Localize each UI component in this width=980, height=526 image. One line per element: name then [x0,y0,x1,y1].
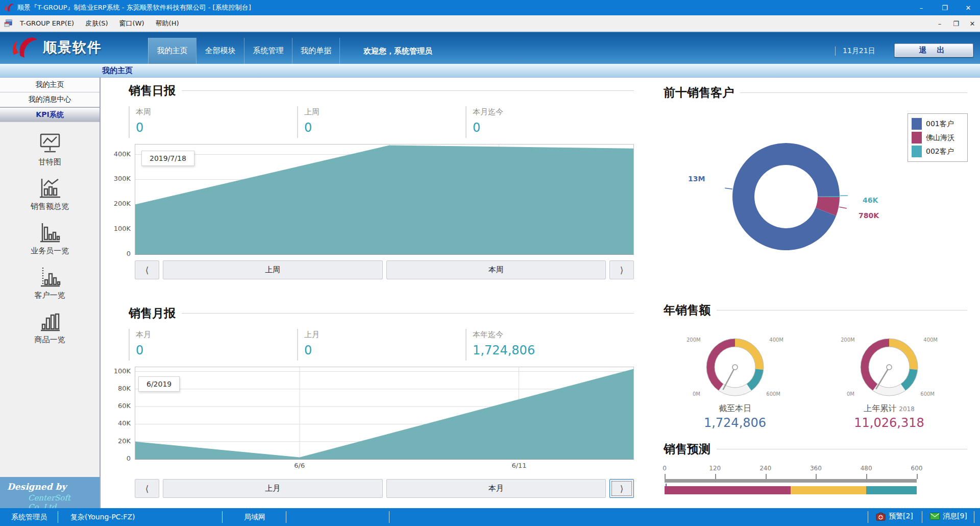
window-controls: – ❐ ✕ [910,0,980,15]
divider [974,511,974,523]
customer-list-icon [38,266,62,288]
stat-month-to-date: 本月迄今 0 [465,106,634,138]
gauge-tick-600m: 600M [766,391,780,397]
product-list-icon [38,310,62,332]
gauge-tick-0m: 0M [693,391,700,397]
gauge-tick-0m: 0M [847,391,854,397]
divider [389,511,389,523]
annual-sales-title: 年销售额 [664,302,710,318]
statusbar-network: 局域网 [244,513,265,522]
daily-chart: 0100K200K300K400K 2019/7/18 [135,144,634,255]
sidebar-item-customer-list[interactable]: 客户一览 [0,264,100,308]
main-content: 销售日报 本周 0 上周 0 本月迄今 0 0100K200K300K400K [102,78,658,508]
donut-label-780k: 780K [859,211,879,220]
gauge-last-year: 200M 400M 0M 600M 上年累计 2018 11,026,318 [836,329,943,431]
gauge-value: 11,026,318 [836,416,943,430]
statusbar-user: 系统管理员 [11,513,47,522]
sidebar-item-my-home[interactable]: 我的主页 [0,78,100,92]
monthly-chart: 020K40K60K80K100K 6/2019 6/66/11 [135,367,634,470]
mdi-restore-button[interactable]: ❐ [951,20,961,28]
divider [717,310,967,310]
forecast-scale-bar [665,479,917,483]
tab-my-documents[interactable]: 我的单据 [292,38,340,64]
daily-next-button[interactable]: ⟩ [609,260,634,279]
sidebar: 我的主页 我的消息中心 KPI系统 甘特图 销售额总览 [0,78,101,508]
tab-all-modules[interactable]: 全部模块 [196,38,244,64]
mdi-minimize-button[interactable]: – [935,20,944,28]
header-date: 11月21日 [835,46,875,56]
tab-my-home[interactable]: 我的主页 [148,38,196,64]
monthly-prev-button[interactable]: ⟨ [135,479,159,498]
window-title: 顺景『T-GROUP』制造业ERP系统 - 东莞顺景软件科技有限公司 - [系统… [17,3,251,12]
gantt-chart-icon [38,132,62,155]
menu-window[interactable]: 窗口(W) [114,16,150,31]
daily-chart-plot[interactable]: 2019/7/18 [135,144,634,255]
sidebar-item-sales-overview[interactable]: 销售额总览 [0,175,100,219]
legend-swatch-magenta [912,132,922,144]
legend-item-foshan[interactable]: 佛山海沃 [912,131,964,145]
gauge-tick-200m: 200M [687,337,701,343]
monthly-last-month-button[interactable]: 上月 [163,479,383,498]
tab-system-management[interactable]: 系统管理 [244,38,292,64]
stat-this-week: 本周 0 [129,106,297,138]
divider [222,511,223,523]
brand-logo-icon [9,36,39,59]
sidebar-item-gantt-chart[interactable]: 甘特图 [0,130,100,175]
kpi-item-label: 业务员一览 [31,246,69,256]
menu-help[interactable]: 帮助(H) [150,16,185,31]
legend-swatch-teal [912,146,922,157]
divider [58,511,58,523]
legend-item-001[interactable]: 001客户 [912,117,964,131]
brand: 顺景软件 [9,36,102,59]
legend-item-002[interactable]: 002客户 [912,145,964,158]
window-minimize-button[interactable]: – [910,0,933,15]
sales-overview-icon [38,177,62,199]
monthly-chart-x-axis: 6/66/11 [135,460,634,470]
mdi-document-icon [4,19,12,27]
app-logo-icon [4,3,14,12]
logout-button[interactable]: 退 出 [894,43,973,57]
sidebar-item-message-center[interactable]: 我的消息中心 [0,92,100,107]
kpi-item-label: 客户一览 [35,291,65,300]
window-close-button[interactable]: ✕ [957,0,980,15]
gauge-value: 1,724,806 [681,416,789,430]
sidebar-item-salesman-list[interactable]: 业务员一览 [0,219,100,264]
divider [717,449,967,449]
divider [286,511,286,523]
welcome-text: 欢迎您，系统管理员 [363,46,432,56]
daily-stats: 本周 0 上周 0 本月迄今 0 [129,106,634,138]
monthly-chart-y-axis: 020K40K60K80K100K [107,367,131,470]
forecast-axis-labels: 0120240360480600 [665,465,917,474]
daily-this-week-button[interactable]: 本周 [386,260,606,279]
sidebar-item-product-list[interactable]: 商品一览 [0,308,100,352]
monthly-next-button[interactable]: ⟩ [609,479,634,498]
monthly-report-title: 销售月报 [129,305,176,321]
mdi-close-button[interactable]: ✕ [968,20,977,28]
top-customers-section-title: 前十销售客户 [664,85,967,101]
forecast-axis-ticks [665,474,917,479]
gauge-chart[interactable] [702,334,768,400]
daily-prev-button[interactable]: ⟨ [135,260,159,279]
forecast-bullet-chart[interactable]: 0120240360480600 [665,465,917,494]
monthly-chart-tooltip: 6/2019 [138,376,180,392]
gauge-chart[interactable] [856,334,922,400]
statusbar-alerts[interactable]: 预警[2] [876,512,913,521]
breadcrumb-bar: 我的主页 [0,64,980,78]
menu-skin[interactable]: 皮肤(S) [80,16,113,31]
sidebar-item-kpi-system[interactable]: KPI系统 [0,107,100,122]
annual-sales-section-title: 年销售额 [664,302,967,318]
menu-tgroup-erp[interactable]: T-GROUP ERP(E) [14,16,80,30]
right-panel: 前十销售客户 001客户 佛山海沃 002客户 13M 780K 46K 年销售… [658,78,980,508]
daily-last-week-button[interactable]: 上周 [163,260,383,279]
brand-name: 顺景软件 [43,38,102,57]
designed-by-box: Designed by CenterSoft Co.,Ltd. [0,477,100,508]
window-restore-button[interactable]: ❐ [933,0,957,15]
kpi-shortcut-list: 甘特图 销售额总览 业务员一览 [0,122,100,352]
monthly-chart-plot[interactable]: 6/2019 [135,367,634,460]
divider [182,90,634,91]
gauge-tick-600m: 600M [920,391,935,397]
monthly-this-month-button[interactable]: 本月 [386,479,606,498]
divider [868,511,868,523]
top-customers-donut-chart[interactable] [707,117,865,276]
statusbar-messages[interactable]: 消息[9] [930,512,967,521]
